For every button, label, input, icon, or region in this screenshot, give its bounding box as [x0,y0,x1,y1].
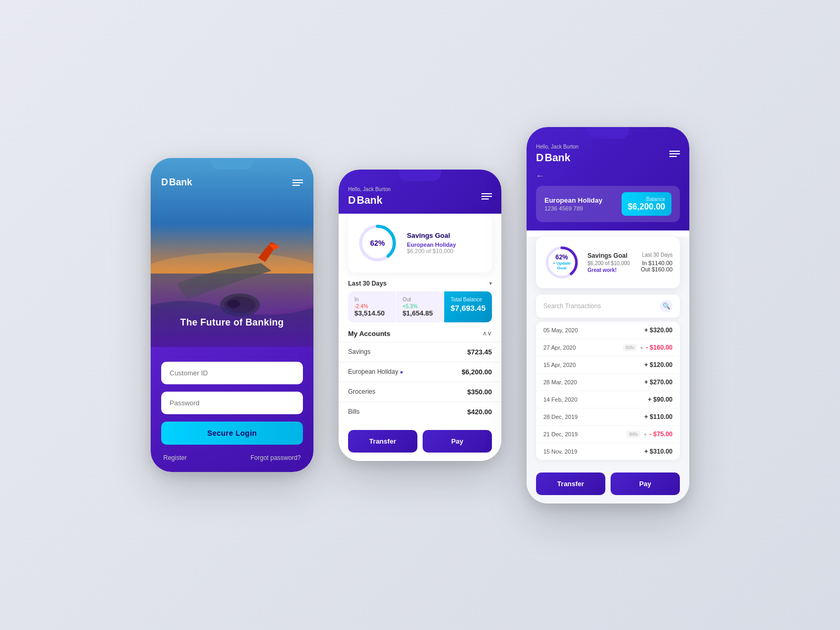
savings-ring-2: 62% [356,222,398,264]
ring-pct-2: 62% [370,239,385,247]
tx-amount-2: - $160.00 [646,344,673,351]
account-card-info: European Holiday 1236 4569 789 [544,196,603,212]
ring-sm-pct: 62% + Update Goal [553,254,571,271]
back-arrow[interactable]: ← [536,171,544,180]
out-value: Out $160.00 [640,266,673,272]
account-card-3: European Holiday 1236 4569 789 Balance $… [536,186,680,222]
notch-1 [211,158,253,170]
search-icon[interactable]: 🔍 [660,300,673,312]
goal-30days: Last 30 Days In $1140.00 Out $160.00 [640,252,673,272]
pay-button-3[interactable]: Pay [611,472,680,495]
stat-out-pct: +5.3% [403,303,438,309]
goal-great-3: Great work! [587,267,633,273]
tx-amount-5: + $90.00 [648,396,673,403]
balance-label: Balance [628,196,665,202]
search-bar[interactable]: Search Transactions 🔍 [536,295,680,318]
stat-total: Total Balance $7,693.45 [444,291,492,322]
stats-row: In -2.4% $3,514.50 Out +5.3% $1,654.85 T… [348,291,492,322]
stat-in-pct: -2.4% [354,303,390,309]
phone-login: D Bank The Future of Banking Secure Logi… [151,158,313,472]
action-buttons-3: Transfer Pay [527,464,689,503]
account-row-bills: Bills $420.00 [339,402,501,422]
tagline: The Future of Banking [151,317,313,328]
tx-date-8: 15 Nov, 2019 [543,448,578,455]
account-row-savings: Savings $723.45 [339,342,501,362]
account-name-bills: Bills [348,408,360,415]
phone1-hero: D Bank The Future of Banking [151,158,313,347]
search-placeholder: Search Transactions [543,302,601,310]
tx-row-2: 27 Apr, 2020 Bills ◂ - $160.00 [536,339,680,356]
tx-row-6: 28 Dec, 2019 + $110.00 [536,408,680,426]
action-buttons-2: Transfer Pay [339,422,501,461]
tx-row-3: 15 Apr, 2020 + $120.00 [536,356,680,374]
accounts-title: My Accounts [348,330,390,338]
password-input[interactable] [161,392,303,414]
tx-row-1: 05 May, 2020 + $320.00 [536,322,680,339]
transfer-button-2[interactable]: Transfer [348,430,417,453]
account-card-number: 1236 4569 789 [544,205,603,212]
login-form: Secure Login Register Forgot password? [151,347,313,472]
savings-sub-2: European Holiday [407,242,456,248]
tx-row-8: 15 Nov, 2019 + $310.00 [536,443,680,460]
greeting-3: Hello, Jack Burton [536,144,579,150]
logo-d: D [161,177,168,188]
account-amount-groceries: $350.00 [467,388,492,396]
pay-button-2[interactable]: Pay [423,430,492,453]
tx-right-2: Bills ◂ - $160.00 [623,344,673,351]
forgot-password-link[interactable]: Forgot password? [250,454,301,461]
tx-amount-7: - $75.00 [649,430,673,438]
savings-card-2: 62% Savings Goal European Holiday $6,200… [348,214,492,272]
period-label: Last 30 Days [348,280,386,287]
phone3-body: 62% + Update Goal Savings Goal $6,200 of… [527,237,689,503]
tx-date-1: 05 May, 2020 [543,327,578,333]
tx-date-2: 27 Apr, 2020 [543,344,576,351]
goal-info-3: Savings Goal $6,200 of $10,000 Great wor… [587,252,633,273]
accounts-list: Savings $723.45 European Holiday ● $6,20… [339,342,501,422]
collapse-icon[interactable]: ∧∨ [482,330,492,337]
account-name-groceries: Groceries [348,388,375,395]
menu-icon-1[interactable] [292,180,303,186]
notch-3 [587,127,629,139]
tx-date-6: 28 Dec, 2019 [543,414,578,420]
stat-total-value: $7,693.45 [450,303,486,312]
register-link[interactable]: Register [163,454,187,461]
stat-out: Out +5.3% $1,654.85 [396,291,444,322]
phone-dashboard: Hello, Jack Burton D Bank 62% [339,170,501,461]
tx-right-7: Bills ◂ - $75.00 [626,430,673,438]
account-amount-bills: $420.00 [467,408,492,416]
account-card-name: European Holiday [544,196,603,204]
brand-logo-1: D Bank [161,177,192,188]
transfer-button-3[interactable]: Transfer [536,472,605,495]
tx-amount-3: + $120.00 [644,361,673,369]
menu-icon-2[interactable] [481,193,492,200]
account-row-holiday: European Holiday ● $6,200.00 [339,362,501,382]
stat-in-value: $3,514.50 [354,309,390,317]
savings-goal-card-3: 62% + Update Goal Savings Goal $6,200 of… [536,237,680,288]
logo-d-3: D [536,152,543,164]
goal-amounts-3: $6,200 of $10,000 [587,260,633,266]
tx-date-7: 21 Dec, 2019 [543,431,578,437]
account-amount-holiday: $6,200.00 [461,368,492,376]
tx-date-5: 14 Feb, 2020 [543,396,578,403]
login-button[interactable]: Secure Login [161,422,303,445]
menu-icon-3[interactable] [669,151,680,157]
chevron-down-icon[interactable]: ▾ [489,280,492,286]
tx-row-4: 28 Mar, 2020 + $270.00 [536,374,680,391]
logo-d-2: D [348,194,355,206]
plane-overlay [151,274,313,347]
greeting-2: Hello, Jack Burton [348,186,391,192]
brand-logo-2: D Bank [348,194,391,206]
tx-row-5: 14 Feb, 2020 + $90.00 [536,391,680,408]
savings-ring-3: 62% + Update Goal [543,244,580,281]
tx-amount-1: + $320.00 [644,327,673,334]
accounts-header: My Accounts ∧∨ [339,322,501,342]
customer-id-input[interactable] [161,362,303,384]
tx-tag-7: Bills [626,430,640,438]
savings-info-2: Savings Goal European Holiday $6,200 of … [407,232,456,254]
tx-amount-4: + $270.00 [644,379,673,386]
logo-bank: Bank [169,177,192,188]
balance-amount: $6,200.00 [628,202,665,212]
phone-transactions: Hello, Jack Burton D Bank ← European Hol… [527,127,689,503]
stat-in-label: In [354,297,390,302]
phone3-header-row: Hello, Jack Burton D Bank [536,144,680,164]
